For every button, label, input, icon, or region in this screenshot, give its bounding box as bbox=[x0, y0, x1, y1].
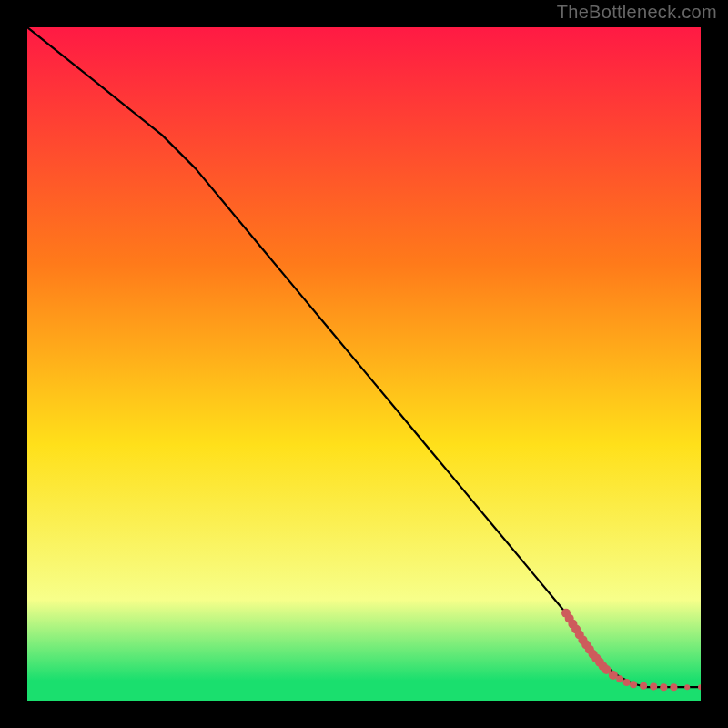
data-marker bbox=[623, 679, 631, 686]
attribution-label: TheBottleneck.com bbox=[557, 2, 717, 23]
data-marker bbox=[630, 681, 637, 688]
data-marker bbox=[684, 684, 690, 690]
bottleneck-plot bbox=[27, 27, 701, 701]
data-marker bbox=[609, 671, 618, 680]
chart-container: TheBottleneck.com bbox=[0, 0, 728, 728]
data-marker bbox=[670, 683, 677, 691]
plot-svg bbox=[27, 27, 701, 701]
data-marker bbox=[616, 675, 623, 682]
data-marker bbox=[640, 682, 647, 690]
plot-background bbox=[27, 27, 701, 701]
data-marker bbox=[660, 683, 667, 691]
data-marker bbox=[650, 682, 657, 690]
